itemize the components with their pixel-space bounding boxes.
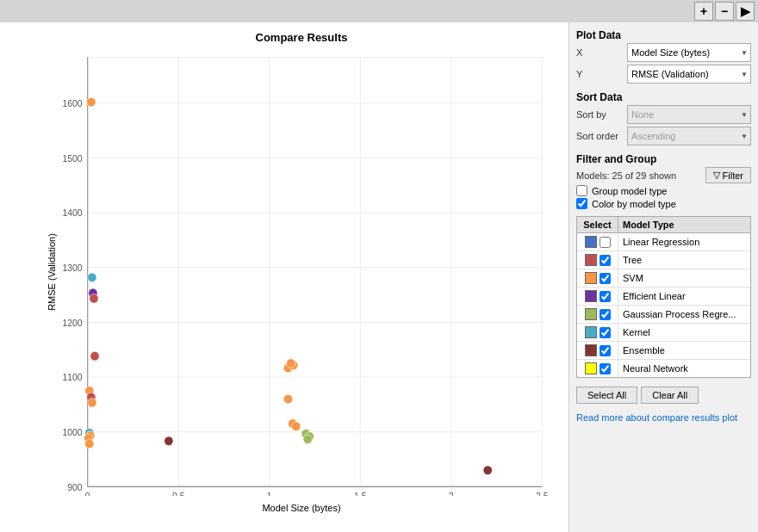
svg-point-32 [87, 97, 96, 107]
svg-point-33 [88, 273, 96, 282]
sort-by-dropdown[interactable]: None [627, 105, 751, 124]
x-field-label: X [576, 47, 624, 58]
x-field-row: X Model Size (bytes) [576, 43, 751, 62]
chart-title: Compare Results [43, 31, 560, 44]
group-model-type-label: Group model type [592, 186, 667, 196]
row-type-label: SVM [618, 270, 750, 286]
plot-data-title: Plot Data [576, 29, 751, 41]
col-type-header: Model Type [618, 217, 750, 232]
model-rows-container: Linear RegressionTreeSVMEfficient Linear… [577, 233, 750, 377]
svg-point-43 [85, 439, 94, 448]
x-dropdown[interactable]: Model Size (bytes) [627, 43, 751, 62]
filter-button[interactable]: ▽ Filter [705, 167, 751, 183]
color-swatch [585, 236, 597, 248]
read-more-link[interactable]: Read more about compare results plot [576, 412, 751, 423]
svg-text:1100: 1100 [63, 373, 83, 382]
col-select-header: Select [577, 217, 618, 232]
table-header: Select Model Type [577, 217, 750, 233]
row-checkbox[interactable] [600, 363, 611, 374]
table-row: Gaussian Process Regre... [577, 306, 750, 324]
row-select-cell [577, 251, 618, 269]
svg-text:1200: 1200 [63, 318, 83, 327]
svg-text:2: 2 [449, 492, 454, 496]
row-checkbox[interactable] [600, 309, 611, 320]
minus-button[interactable]: − [715, 2, 734, 21]
color-swatch [585, 254, 597, 266]
row-type-label: Gaussian Process Regre... [618, 306, 750, 322]
table-row: Tree [577, 251, 750, 269]
table-row: Neural Network [577, 360, 750, 377]
bottom-buttons: Select All Clear All [576, 387, 751, 404]
table-row: Kernel [577, 324, 750, 342]
row-select-cell [577, 360, 618, 377]
main-content: Compare Results RMSE (Validation) [0, 22, 758, 532]
y-dropdown-wrapper: RMSE (Validation) [627, 65, 751, 84]
select-all-button[interactable]: Select All [576, 387, 637, 404]
row-checkbox[interactable] [600, 273, 611, 284]
y-field-row: Y RMSE (Validation) [576, 65, 751, 84]
sort-by-label: Sort by [576, 109, 624, 120]
next-button[interactable]: ▶ [736, 2, 755, 21]
row-checkbox[interactable] [600, 327, 611, 338]
svg-point-35 [90, 294, 98, 303]
color-swatch [585, 326, 597, 338]
color-swatch [585, 272, 597, 284]
row-select-cell [577, 324, 618, 341]
row-type-label: Neural Network [618, 361, 750, 376]
svg-text:1300: 1300 [63, 263, 83, 273]
filter-group-section: Filter and Group Models: 25 of 29 shown … [576, 153, 751, 211]
x-axis-label: Model Size (bytes) [262, 503, 340, 513]
row-checkbox[interactable] [600, 345, 611, 356]
table-row: Ensemble [577, 342, 750, 360]
clear-all-button[interactable]: Clear All [641, 387, 699, 404]
table-row: SVM [577, 269, 750, 288]
svg-text:2.5: 2.5 [536, 492, 549, 496]
plus-button[interactable]: + [694, 2, 713, 21]
filter-btn-label: Filter [723, 170, 743, 181]
svg-point-53 [303, 435, 312, 444]
group-model-type-row: Group model type [576, 185, 751, 196]
color-by-model-type-checkbox[interactable] [576, 198, 587, 209]
color-swatch [585, 308, 597, 320]
row-checkbox[interactable] [600, 291, 611, 302]
row-checkbox[interactable] [600, 255, 611, 266]
row-type-label: Kernel [618, 325, 750, 340]
filter-icon: ▽ [713, 170, 720, 181]
sort-data-title: Sort Data [576, 91, 751, 103]
plot-data-section: Plot Data X Model Size (bytes) Y RMSE (V… [576, 29, 751, 86]
svg-point-39 [88, 398, 96, 407]
row-select-cell [577, 233, 618, 251]
sort-by-wrapper: None [627, 105, 751, 124]
chart-area: Compare Results RMSE (Validation) [0, 22, 568, 532]
row-select-cell [577, 269, 618, 287]
sort-order-row: Sort order Ascending [576, 127, 751, 145]
svg-point-47 [286, 359, 295, 368]
y-dropdown[interactable]: RMSE (Validation) [627, 65, 751, 84]
row-type-label: Linear Regression [618, 234, 750, 250]
color-by-model-type-label: Color by model type [592, 199, 676, 209]
group-model-type-checkbox[interactable] [576, 185, 587, 196]
svg-text:1600: 1600 [63, 99, 83, 108]
svg-point-44 [165, 436, 173, 446]
svg-text:1.5: 1.5 [354, 492, 367, 496]
svg-text:0: 0 [85, 492, 90, 496]
sort-order-dropdown[interactable]: Ascending [627, 127, 751, 145]
svg-point-50 [292, 422, 301, 431]
top-toolbar: + − ▶ [0, 0, 758, 22]
filter-group-title: Filter and Group [576, 153, 751, 165]
color-swatch [585, 362, 597, 374]
svg-text:1500: 1500 [63, 153, 83, 163]
svg-text:0.5: 0.5 [172, 492, 185, 496]
right-panel: Plot Data X Model Size (bytes) Y RMSE (V… [568, 22, 758, 532]
table-row: Efficient Linear [577, 288, 750, 306]
sort-data-section: Sort Data Sort by None Sort order Ascend… [576, 91, 751, 148]
svg-point-54 [483, 466, 492, 475]
sort-order-wrapper: Ascending [627, 127, 751, 145]
y-field-label: Y [576, 69, 624, 79]
row-checkbox[interactable] [600, 237, 611, 248]
chart-container: RMSE (Validation) [43, 48, 560, 496]
row-select-cell [577, 342, 618, 359]
svg-text:1000: 1000 [63, 428, 83, 437]
svg-text:900: 900 [67, 483, 82, 492]
x-dropdown-wrapper: Model Size (bytes) [627, 43, 751, 62]
